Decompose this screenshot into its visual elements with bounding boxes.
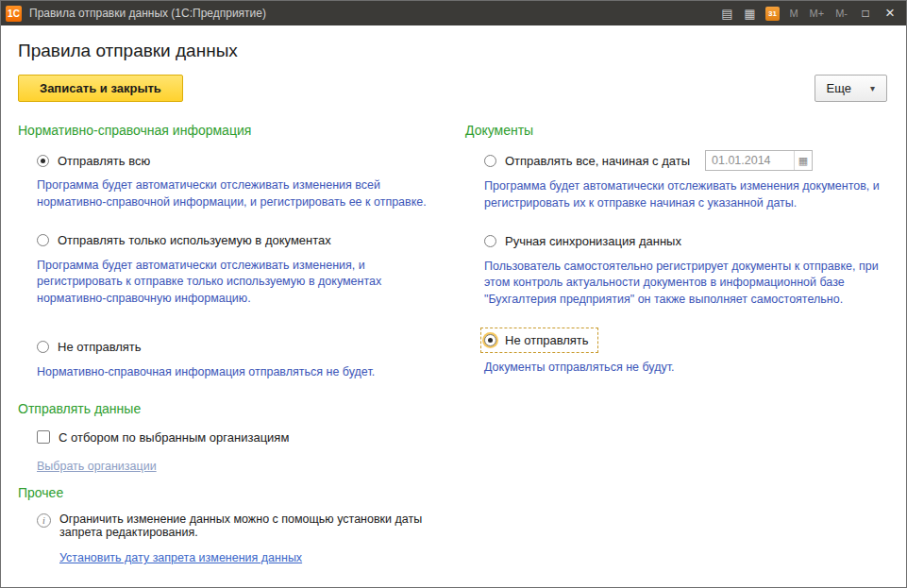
more-button-label: Еще [827, 81, 851, 95]
focused-option-box: Не отправлять [481, 328, 597, 352]
radio-label: Ручная синхронизация данных [505, 234, 681, 248]
radio-icon [484, 334, 496, 346]
chevron-down-icon: ▾ [870, 83, 875, 93]
radio-icon [37, 341, 49, 353]
info-icon: i [37, 513, 51, 528]
close-button[interactable]: × [880, 4, 900, 23]
edit-restriction-note: i Ограничить изменение данных можно с по… [37, 512, 458, 539]
radio-docs-manual-sync[interactable]: Ручная синхронизация данных [484, 234, 681, 248]
right-column: Документы Отправлять все, начиная с даты… [458, 117, 887, 565]
radio-label: Отправлять только используемую в докумен… [58, 233, 331, 247]
memory-m-plus-button[interactable]: M+ [806, 8, 829, 19]
date-value: 01.01.2014 [712, 154, 771, 167]
more-button[interactable]: Еще ▾ [815, 75, 887, 102]
page-title: Правила отправки данных [18, 41, 887, 61]
save-close-button[interactable]: Записать и закрыть [18, 75, 183, 102]
set-restriction-date-link[interactable]: Установить дату запрета изменения данных [59, 551, 302, 564]
section-other-header: Прочее [18, 485, 458, 500]
radio-nsi-do-not-send[interactable]: Не отправлять [37, 340, 142, 354]
memory-m-button[interactable]: M [785, 8, 801, 19]
radio-label: Отправлять всю [58, 154, 150, 168]
maximize-button[interactable]: □ [855, 4, 876, 23]
left-column: Нормативно-справочная информация Отправл… [18, 117, 458, 565]
calendar-picker-icon[interactable]: ▦ [794, 151, 812, 170]
section-nsi-header: Нормативно-справочная информация [18, 123, 458, 138]
nsi-send-used-only-description: Программа будет автоматически отслеживат… [37, 258, 450, 308]
docs-send-from-date-description: Программа будет автоматически отслеживат… [484, 178, 887, 212]
form-content: Правила отправки данных Записать и закры… [1, 25, 906, 587]
radio-docs-send-from-date[interactable]: Отправлять все, начиная с даты [484, 154, 690, 168]
radio-icon [484, 235, 496, 247]
note-text: Ограничить изменение данных можно с помо… [59, 512, 458, 539]
radio-icon [484, 155, 496, 167]
1c-logo-icon: 1С [6, 6, 22, 22]
radio-label: Не отправлять [505, 333, 589, 347]
radio-nsi-send-all[interactable]: Отправлять всю [37, 154, 150, 168]
section-documents-header: Документы [465, 123, 887, 138]
docs-manual-sync-description: Пользователь самостоятельно регистрирует… [484, 259, 887, 309]
toolbar: Записать и закрыть Еще ▾ [18, 75, 887, 102]
section-send-data-header: Отправлять данные [18, 401, 458, 416]
calculator-icon[interactable]: ▦ [740, 5, 759, 22]
nsi-do-not-send-description: Нормативно-справочная информация отправл… [37, 364, 450, 381]
calendar-icon[interactable]: 31 [763, 5, 781, 22]
radio-label: Не отправлять [58, 340, 142, 354]
app-window: 1С Правила отправки данных (1С:Предприят… [0, 0, 907, 588]
titlebar: 1С Правила отправки данных (1С:Предприят… [1, 1, 906, 25]
show-journal-icon[interactable]: ▤ [717, 5, 736, 22]
select-organizations-link[interactable]: Выбрать организации [37, 460, 157, 473]
radio-icon [37, 234, 49, 246]
window-title: Правила отправки данных (1С:Предприятие) [29, 7, 266, 20]
checkbox-label: С отбором по выбранным организациям [59, 430, 289, 445]
checkbox-filter-by-organizations[interactable]: С отбором по выбранным организациям [37, 430, 289, 445]
memory-m-minus-button[interactable]: M- [831, 8, 851, 19]
nsi-send-all-description: Программа будет автоматически отслеживат… [37, 177, 450, 211]
checkbox-icon [37, 430, 50, 444]
date-input[interactable]: 01.01.2014 ▦ [705, 150, 813, 171]
docs-do-not-send-description: Документы отправляться не будут. [484, 360, 887, 377]
radio-docs-do-not-send[interactable]: Не отправлять [484, 333, 589, 347]
radio-icon [37, 155, 49, 167]
radio-label: Отправлять все, начиная с даты [505, 154, 690, 168]
radio-nsi-send-used-only[interactable]: Отправлять только используемую в докумен… [37, 233, 331, 247]
